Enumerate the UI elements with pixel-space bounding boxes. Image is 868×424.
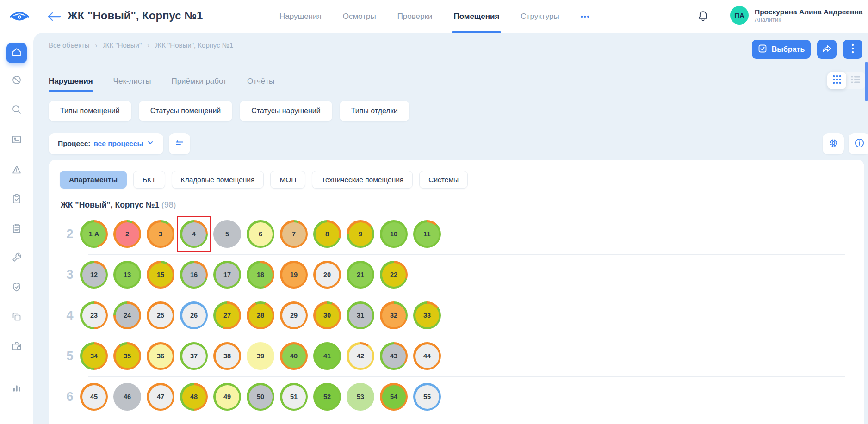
filter-room-statuses[interactable]: Статусы помещений <box>139 101 233 121</box>
breadcrumb-all-objects[interactable]: Все объекты <box>49 41 90 49</box>
unit-circle[interactable]: 13 <box>113 261 141 289</box>
unit-circle[interactable]: 22 <box>380 261 408 289</box>
unit-circle[interactable]: 24 <box>113 301 141 329</box>
process-dropdown[interactable]: Процесс: все процессы <box>49 133 163 154</box>
unit-circle[interactable]: 16 <box>180 261 208 289</box>
category-storerooms[interactable]: Кладовые помещения <box>172 171 264 189</box>
unit-circle[interactable]: 9 <box>347 220 374 248</box>
unit-circle[interactable]: 50 <box>247 383 274 411</box>
unit-circle[interactable]: 53 <box>347 383 374 411</box>
back-arrow-icon[interactable] <box>47 12 61 23</box>
unit-circle[interactable]: 31 <box>347 301 374 329</box>
unit-circle[interactable]: 45 <box>80 383 108 411</box>
unit-circle[interactable]: 37 <box>180 342 208 370</box>
sidebar-item-home[interactable] <box>6 43 27 63</box>
unit-circle[interactable]: 55 <box>413 383 441 411</box>
tab-violations[interactable]: Нарушения <box>49 72 93 91</box>
filter-room-types[interactable]: Типы помещений <box>49 101 131 121</box>
sidebar-item-bar-chart[interactable] <box>6 379 27 399</box>
nav-item-rooms[interactable]: Помещения <box>453 0 499 33</box>
unit-circle[interactable]: 6 <box>247 220 274 248</box>
unit-circle[interactable]: 11 <box>413 220 441 248</box>
unit-circle[interactable]: 20 <box>313 261 341 289</box>
user-menu[interactable]: ПА Проскурина Алина Андреевна Аналитик <box>730 6 862 25</box>
filter-finish-types[interactable]: Типы отделки <box>340 101 409 121</box>
unit-circle[interactable]: 33 <box>413 301 441 329</box>
sidebar-item-block[interactable] <box>6 71 27 91</box>
unit-circle[interactable]: 47 <box>147 383 174 411</box>
unit-circle[interactable]: 42 <box>347 342 374 370</box>
unit-circle[interactable]: 34 <box>80 342 108 370</box>
unit-circle[interactable]: 8 <box>313 220 341 248</box>
category-systems[interactable]: Системы <box>419 171 468 189</box>
filter-violation-statuses[interactable]: Статусы нарушений <box>240 101 332 121</box>
unit-circle[interactable]: 39 <box>247 342 274 370</box>
unit-circle[interactable]: 12 <box>80 261 108 289</box>
unit-circle[interactable]: 15 <box>147 261 174 289</box>
unit-circle[interactable]: 48 <box>180 383 208 411</box>
unit-circle[interactable]: 5 <box>213 220 241 248</box>
unit-circle[interactable]: 30 <box>313 301 341 329</box>
breadcrumb-complex[interactable]: ЖК "Новый" <box>103 41 142 49</box>
unit-circle[interactable]: 43 <box>380 342 408 370</box>
tab-checklists[interactable]: Чек-листы <box>113 72 151 91</box>
unit-circle[interactable]: 7 <box>280 220 308 248</box>
unit-circle-selected[interactable]: 4 <box>180 220 208 248</box>
unit-circle[interactable]: 52 <box>313 383 341 411</box>
unit-circle[interactable]: 36 <box>147 342 174 370</box>
select-button[interactable]: Выбрать <box>752 40 811 59</box>
nav-item-violations[interactable]: Нарушения <box>279 0 322 33</box>
unit-circle[interactable]: 41 <box>313 342 341 370</box>
nav-item-more[interactable]: ••• <box>581 0 590 33</box>
settings-button[interactable] <box>823 133 844 154</box>
unit-circle[interactable]: 27 <box>213 301 241 329</box>
unit-circle[interactable]: 19 <box>280 261 308 289</box>
unit-circle[interactable]: 35 <box>113 342 141 370</box>
sidebar-item-clipboard-list[interactable] <box>6 219 27 240</box>
sidebar-item-shield[interactable] <box>6 278 27 298</box>
unit-circle[interactable]: 1 А <box>80 220 108 248</box>
grid-view-button[interactable] <box>827 72 846 89</box>
unit-circle[interactable]: 21 <box>347 261 374 289</box>
list-view-button[interactable] <box>846 72 865 89</box>
unit-circle[interactable]: 10 <box>380 220 408 248</box>
unit-circle[interactable]: 40 <box>280 342 308 370</box>
unit-circle[interactable]: 25 <box>147 301 174 329</box>
sidebar-item-case-lock[interactable] <box>6 337 27 357</box>
scrollbar-thumb[interactable] <box>865 62 868 101</box>
share-button[interactable] <box>817 40 837 59</box>
unit-circle[interactable]: 38 <box>213 342 241 370</box>
notifications-bell-icon[interactable] <box>697 10 709 25</box>
unit-circle[interactable]: 3 <box>147 220 174 248</box>
tab-reports[interactable]: Отчёты <box>247 72 274 91</box>
unit-circle[interactable]: 2 <box>113 220 141 248</box>
unit-circle[interactable]: 44 <box>413 342 441 370</box>
unit-circle[interactable]: 18 <box>247 261 274 289</box>
sidebar-item-copy[interactable] <box>6 307 27 328</box>
sidebar-item-wrench[interactable] <box>6 248 27 269</box>
category-mop[interactable]: МОП <box>270 171 305 189</box>
more-actions-button[interactable] <box>843 40 862 59</box>
unit-circle[interactable]: 49 <box>213 383 241 411</box>
unit-circle[interactable]: 46 <box>113 383 141 411</box>
unit-circle[interactable]: 23 <box>80 301 108 329</box>
unit-circle[interactable]: 17 <box>213 261 241 289</box>
sidebar-item-board[interactable] <box>6 130 27 151</box>
unit-circle[interactable]: 26 <box>180 301 208 329</box>
category-bkt[interactable]: БКТ <box>133 171 165 189</box>
unit-circle[interactable]: 51 <box>280 383 308 411</box>
unit-circle[interactable]: 32 <box>380 301 408 329</box>
tab-work-acceptance[interactable]: Приёмки работ <box>171 72 226 91</box>
info-button[interactable] <box>849 133 868 154</box>
sidebar-item-warning[interactable] <box>6 160 27 181</box>
nav-item-inspections[interactable]: Осмотры <box>343 0 376 33</box>
unit-circle[interactable]: 28 <box>247 301 274 329</box>
nav-item-checks[interactable]: Проверки <box>397 0 433 33</box>
app-logo-eye-icon[interactable] <box>9 10 30 25</box>
category-technical-rooms[interactable]: Технические помещения <box>312 171 413 189</box>
sidebar-item-search[interactable] <box>6 100 27 121</box>
unit-circle[interactable]: 29 <box>280 301 308 329</box>
nav-item-structures[interactable]: Структуры <box>521 0 559 33</box>
category-apartments[interactable]: Апартаменты <box>60 171 127 189</box>
unit-circle[interactable]: 54 <box>380 383 408 411</box>
